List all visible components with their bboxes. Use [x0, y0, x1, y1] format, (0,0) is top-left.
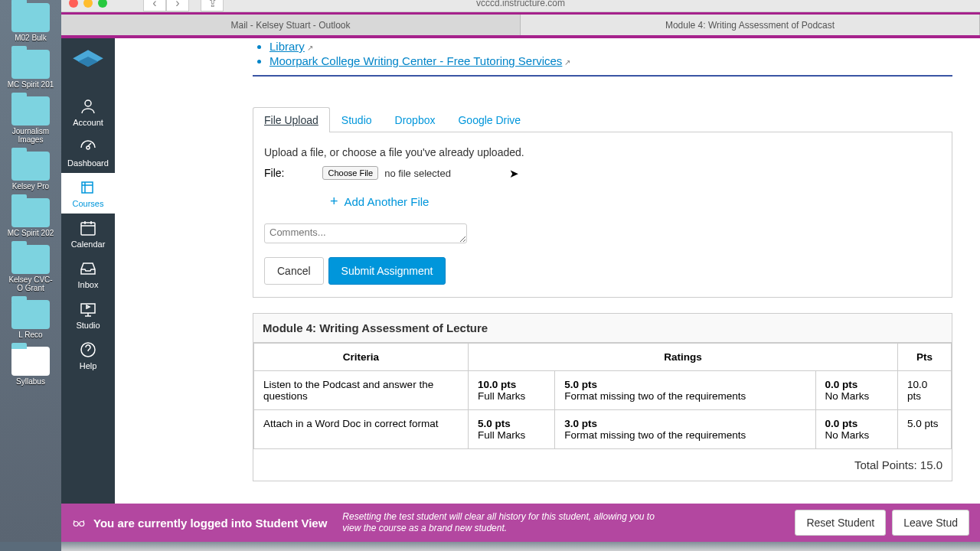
pts-cell: 10.0 pts	[898, 371, 952, 410]
rubric-header-criteria: Criteria	[254, 344, 469, 371]
pts-cell: 5.0 pts	[898, 410, 952, 449]
maximize-icon[interactable]	[98, 0, 107, 8]
tab-file-upload[interactable]: File Upload	[253, 107, 330, 132]
address-bar[interactable]: vcccd.instructure.com	[476, 0, 565, 8]
comments-input[interactable]	[264, 223, 467, 243]
leave-student-view-button[interactable]: Leave Stud	[892, 510, 969, 536]
divider	[253, 75, 952, 77]
sidebar-item-studio[interactable]: Studio	[61, 295, 115, 335]
global-nav: Account Dashboard Courses Calendar Inbox…	[61, 38, 115, 542]
external-link-icon: ↗	[307, 44, 313, 52]
desktop-folder[interactable]: Kelsey Pro	[7, 152, 54, 191]
account-icon	[79, 97, 97, 116]
rating-cell: 0.0 ptsNo Marks	[815, 371, 897, 410]
criteria-cell: Attach in a Word Doc in correct format	[254, 410, 469, 449]
forward-button[interactable]: ›	[166, 0, 189, 11]
calendar-icon	[79, 219, 97, 237]
no-file-text: no file selected	[384, 168, 451, 179]
svg-rect-5	[81, 304, 95, 313]
browser-toolbar: ‹ › ⇪ vcccd.instructure.com	[61, 0, 980, 12]
rubric-header-pts: Pts	[898, 344, 952, 371]
upload-intro-text: Upload a file, or choose a file you've a…	[264, 146, 941, 158]
desktop-folder[interactable]: Syllabus	[7, 347, 54, 386]
desktop-folder[interactable]: M02 Bulk	[7, 3, 54, 42]
sidebar-item-label: Account	[73, 118, 103, 127]
courses-icon	[79, 178, 97, 197]
rubric: Module 4: Writing Assessment of Lecture …	[253, 313, 952, 481]
rubric-header-ratings: Ratings	[469, 344, 898, 371]
sidebar-item-account[interactable]: Account	[61, 92, 115, 132]
folder-icon	[11, 3, 50, 32]
folder-icon	[11, 50, 50, 79]
svg-rect-4	[81, 223, 95, 235]
browser-tabs: Mail - Kelsey Stuart - Outlook Module 4:…	[61, 12, 980, 35]
folder-icon	[11, 152, 50, 181]
share-button[interactable]: ⇪	[201, 0, 224, 11]
dashboard-icon	[79, 138, 97, 156]
sidebar-item-courses[interactable]: Courses	[61, 173, 115, 214]
rubric-row: Listen to the Podcast and answer the que…	[254, 371, 952, 410]
writing-center-link[interactable]: Moorpark College Writing Center - Free T…	[270, 54, 562, 67]
studio-icon	[79, 300, 97, 318]
add-file-label: Add Another File	[345, 195, 430, 208]
submission-tabs: File Upload Studio Dropbox Google Drive	[253, 107, 952, 132]
folder-icon	[11, 198, 50, 227]
library-link[interactable]: Library	[270, 40, 305, 53]
desktop-folder[interactable]: MC Spirit 202	[7, 198, 54, 237]
desktop-folder[interactable]: Kelsey CVC-O Grant	[7, 245, 54, 292]
sidebar-item-inbox[interactable]: Inbox	[61, 254, 115, 295]
file-label: File:	[264, 167, 284, 179]
external-link-icon: ↗	[564, 58, 570, 67]
reset-student-button[interactable]: Reset Student	[795, 510, 886, 536]
browser-tab[interactable]: Module 4: Writing Assessment of Podcast	[521, 15, 980, 35]
close-icon[interactable]	[69, 0, 78, 8]
submit-assignment-button[interactable]: Submit Assignment	[328, 257, 446, 285]
student-view-banner: You are currently logged into Student Vi…	[61, 504, 980, 542]
rubric-title: Module 4: Writing Assessment of Lecture	[253, 314, 952, 343]
institution-logo[interactable]	[69, 46, 107, 84]
desktop-folder[interactable]: MC Spirit 201	[7, 50, 54, 89]
criteria-cell: Listen to the Podcast and answer the que…	[254, 371, 469, 410]
main-content: Library↗ Moorpark College Writing Center…	[115, 38, 980, 542]
add-another-file-button[interactable]: + Add Another File	[330, 194, 941, 210]
minimize-icon[interactable]	[83, 0, 93, 8]
sidebar-item-dashboard[interactable]: Dashboard	[61, 132, 115, 173]
folder-icon	[11, 96, 50, 126]
folder-icon	[11, 245, 50, 274]
sidebar-item-calendar[interactable]: Calendar	[61, 214, 115, 254]
svg-point-2	[85, 100, 91, 106]
dock	[61, 542, 980, 551]
sidebar-item-label: Studio	[76, 321, 100, 330]
desktop-folder[interactable]: Journalism Images	[7, 96, 54, 144]
tab-studio[interactable]: Studio	[330, 107, 384, 132]
help-icon	[79, 341, 97, 359]
svg-point-3	[87, 146, 90, 149]
student-view-label: You are currently logged into Student Vi…	[93, 517, 327, 530]
tab-google-drive[interactable]: Google Drive	[446, 107, 532, 132]
sidebar-item-label: Dashboard	[67, 158, 109, 168]
choose-file-button[interactable]: Choose File	[322, 166, 378, 180]
folder-icon	[11, 347, 50, 376]
plus-icon: +	[330, 194, 338, 210]
rubric-row: Attach in a Word Doc in correct format 5…	[254, 410, 952, 449]
rating-cell: 0.0 ptsNo Marks	[815, 410, 897, 449]
canvas-app: Account Dashboard Courses Calendar Inbox…	[61, 35, 980, 542]
rating-cell: 5.0 ptsFormat missing two of the require…	[555, 371, 815, 410]
rating-cell: 3.0 ptsFormat missing two of the require…	[555, 410, 815, 449]
desktop-folder[interactable]: L Reco	[7, 300, 54, 339]
inbox-icon	[79, 259, 97, 278]
sidebar-item-label: Courses	[73, 199, 104, 208]
folder-icon	[11, 300, 50, 329]
student-view-msg: Resetting the test student will clear al…	[342, 511, 664, 534]
rubric-total: Total Points: 15.0	[253, 449, 952, 481]
file-upload-panel: Upload a file, or choose a file you've a…	[253, 132, 952, 298]
back-button[interactable]: ‹	[143, 0, 166, 11]
sidebar-item-label: Help	[80, 361, 97, 370]
sidebar-item-help[interactable]: Help	[61, 335, 115, 376]
tab-dropbox[interactable]: Dropbox	[384, 107, 447, 132]
sidebar-item-label: Inbox	[78, 280, 99, 289]
rating-cell: 5.0 ptsFull Marks	[469, 410, 555, 449]
rating-cell: 10.0 ptsFull Marks	[469, 371, 555, 410]
browser-tab[interactable]: Mail - Kelsey Stuart - Outlook	[61, 15, 521, 35]
cancel-button[interactable]: Cancel	[264, 257, 324, 285]
